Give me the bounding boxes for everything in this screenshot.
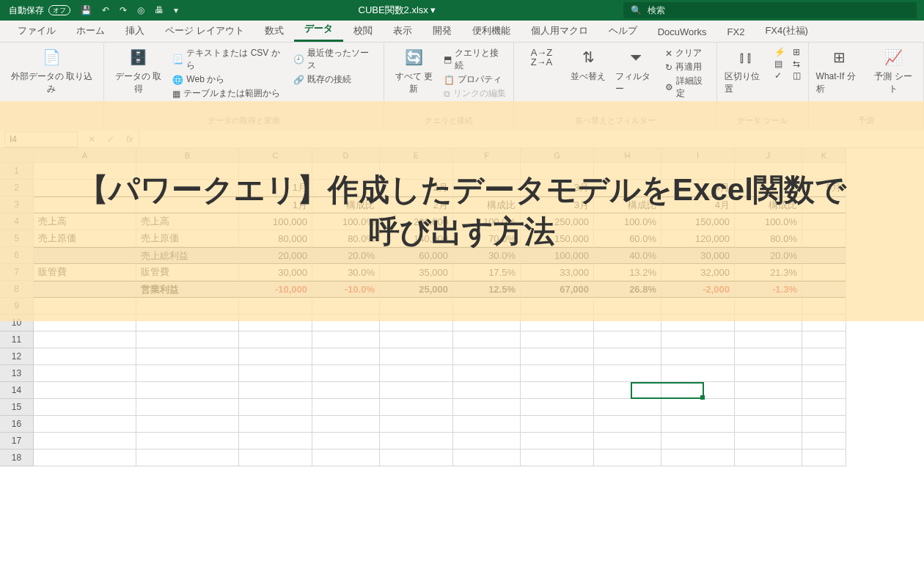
cell[interactable] (594, 298, 661, 315)
from-text-csv-button[interactable]: 📃テキストまたは CSV から (172, 47, 286, 72)
cell[interactable] (802, 247, 846, 264)
cell[interactable] (380, 450, 453, 466)
cell[interactable] (802, 281, 846, 298)
tab-ヘルプ[interactable]: ヘルプ (598, 20, 648, 42)
row-header[interactable]: 6 (0, 247, 34, 264)
tab-開発[interactable]: 開発 (422, 20, 462, 42)
cell[interactable]: 3月 (521, 180, 594, 197)
tab-データ[interactable]: データ (294, 18, 343, 42)
cell[interactable]: 100.0% (735, 213, 802, 230)
cell[interactable]: 250,000 (521, 213, 594, 230)
cell[interactable] (802, 163, 846, 180)
cell[interactable] (521, 163, 594, 180)
cell[interactable] (34, 180, 136, 197)
cell[interactable] (735, 298, 802, 315)
cell[interactable] (802, 213, 846, 230)
row-header[interactable]: 14 (0, 382, 34, 399)
cell[interactable] (802, 399, 846, 416)
fx-icon[interactable]: fx (126, 134, 133, 144)
cell[interactable]: 100,000 (239, 213, 312, 230)
cell[interactable] (735, 382, 802, 399)
cell[interactable]: 100,000 (521, 247, 594, 264)
cell[interactable]: 13.2% (594, 264, 661, 281)
cell[interactable] (594, 450, 661, 466)
cell[interactable] (453, 331, 521, 348)
cell[interactable] (136, 197, 239, 213)
cell[interactable] (380, 382, 453, 399)
flash-fill-button[interactable]: ⚡ (774, 47, 785, 57)
cell[interactable]: 営業利益 (136, 281, 239, 298)
cell[interactable] (380, 365, 453, 382)
col-header[interactable]: G (521, 148, 594, 163)
tab-表示[interactable]: 表示 (383, 20, 422, 42)
cell[interactable] (521, 416, 594, 433)
cell[interactable] (312, 163, 380, 180)
cell[interactable] (735, 163, 802, 180)
col-header[interactable]: I (661, 148, 735, 163)
cell[interactable] (661, 450, 735, 466)
cell[interactable] (312, 180, 380, 197)
cell[interactable] (453, 382, 521, 399)
validate-button[interactable]: ✓ (774, 70, 785, 81)
cell[interactable] (802, 298, 846, 315)
cell[interactable]: 4月 (661, 180, 735, 197)
row-header[interactable]: 13 (0, 365, 34, 382)
col-header[interactable]: B (136, 148, 239, 163)
tab-挿入[interactable]: 挿入 (115, 20, 155, 42)
cell[interactable]: 20.0% (735, 247, 802, 264)
cell[interactable] (453, 399, 521, 416)
col-header[interactable]: A (34, 148, 136, 163)
cell[interactable]: 売上原価 (34, 230, 136, 247)
cell[interactable]: 60.0% (594, 230, 661, 247)
cell[interactable]: 200,000 (380, 213, 453, 230)
cell[interactable] (453, 365, 521, 382)
tab-ホーム[interactable]: ホーム (66, 20, 115, 42)
edit-links-button[interactable]: ⧉リンクの編集 (444, 87, 506, 100)
cell[interactable]: 構成比 (735, 197, 802, 213)
cell[interactable]: 売上高 (136, 213, 239, 230)
cell[interactable]: 30.0% (453, 247, 521, 264)
cell[interactable] (34, 281, 136, 298)
cell[interactable] (802, 365, 846, 382)
cell[interactable] (239, 450, 312, 466)
cell[interactable] (312, 399, 380, 416)
cell[interactable] (521, 365, 594, 382)
cell[interactable] (34, 331, 136, 348)
cell[interactable] (453, 163, 521, 180)
cell[interactable]: 1月 (239, 180, 312, 197)
cell[interactable]: 33,000 (521, 264, 594, 281)
col-header[interactable]: D (312, 148, 380, 163)
cell[interactable] (735, 450, 802, 466)
cell[interactable] (312, 450, 380, 466)
cell[interactable]: 40.0% (594, 247, 661, 264)
cell[interactable] (594, 348, 661, 365)
cell[interactable] (239, 382, 312, 399)
cell[interactable] (312, 382, 380, 399)
name-box[interactable]: I4 (4, 131, 78, 147)
row-header[interactable]: 1 (0, 163, 34, 180)
cell[interactable] (136, 163, 239, 180)
redo-icon[interactable]: ↷ (120, 5, 127, 15)
cell[interactable] (239, 331, 312, 348)
relationships-button[interactable]: ⇆ (793, 59, 801, 69)
cell[interactable]: 30,000 (661, 247, 735, 264)
reapply-button[interactable]: ↻再適用 (665, 61, 709, 73)
cell[interactable]: 17.5% (453, 264, 521, 281)
cell[interactable]: 3月 (521, 197, 594, 213)
cell[interactable] (34, 399, 136, 416)
cell[interactable] (453, 180, 521, 197)
cell[interactable] (34, 450, 136, 466)
cell[interactable]: 60,000 (380, 247, 453, 264)
cell[interactable] (802, 315, 846, 331)
cell[interactable] (521, 348, 594, 365)
cell[interactable] (521, 298, 594, 315)
cell[interactable] (239, 315, 312, 331)
cell[interactable] (34, 416, 136, 433)
cell[interactable] (802, 433, 846, 450)
cell[interactable]: 5月 (802, 180, 846, 197)
row-header[interactable]: 5 (0, 230, 34, 247)
cell[interactable]: 30.0% (312, 264, 380, 281)
cell[interactable]: 12.5% (453, 281, 521, 298)
tab-便利機能[interactable]: 便利機能 (462, 20, 521, 42)
cell[interactable] (34, 348, 136, 365)
